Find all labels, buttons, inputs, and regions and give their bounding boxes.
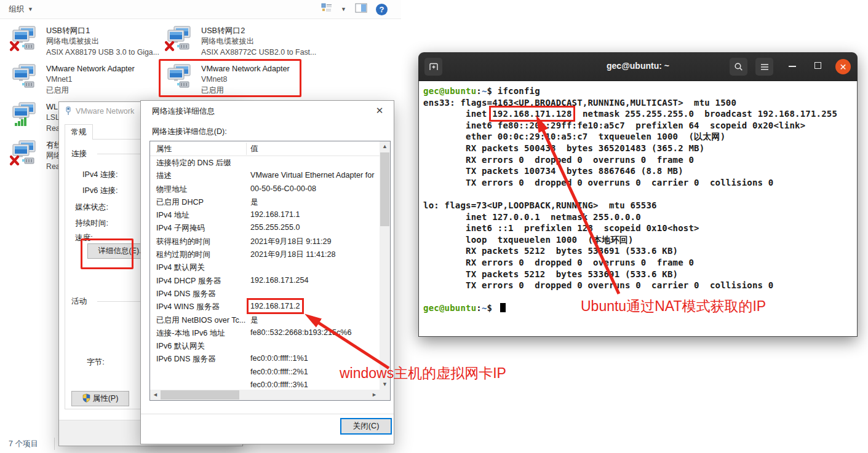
details-list-label: 网络连接详细信息(D): xyxy=(152,127,227,137)
network-adapter-icon xyxy=(165,64,193,91)
details-row[interactable]: IPv4 地址192.168.171.1 xyxy=(150,209,380,222)
view-dropdown-caret-icon[interactable]: ▼ xyxy=(341,6,346,12)
terminal-line: RX packets 500438 bytes 365201483 (365.2… xyxy=(423,143,857,154)
horizontal-scroll-thumb[interactable] xyxy=(161,390,239,400)
scroll-right-icon[interactable]: ► xyxy=(369,390,380,400)
details-row-property: IPv4 子网掩码 xyxy=(156,223,205,234)
adapter-name: VMware Network Adapter xyxy=(201,64,290,74)
adapter-item[interactable]: WLLSLRea xyxy=(10,102,60,134)
status-field-label: IPv6 连接: xyxy=(82,186,117,196)
terminal-line: loop txqueuelen 1000 (本地环回) xyxy=(423,234,857,246)
dialog-separator xyxy=(141,414,394,414)
details-row[interactable]: 连接特定的 DNS 后缀 xyxy=(150,157,380,170)
prompt-user: gec@ubuntu xyxy=(423,303,476,313)
column-divider xyxy=(246,143,247,155)
details-row[interactable]: 已启用 DHCP是 xyxy=(150,196,380,209)
details-row-value: fec0:0:0:ffff::2%1 xyxy=(250,368,308,376)
details-row[interactable]: IPv4 DNS 服务器 xyxy=(150,288,380,301)
maximize-button[interactable] xyxy=(814,62,821,69)
menu-icon[interactable] xyxy=(755,58,773,76)
details-row-property: IPv4 WINS 服务器 xyxy=(156,302,220,312)
scroll-up-icon[interactable]: ▲ xyxy=(380,141,390,152)
details-row-value: fe80::532:2668:b193:215c%6 xyxy=(250,328,352,337)
details-row[interactable]: IPv4 默认网关 xyxy=(150,261,380,274)
close-button[interactable]: 关闭(C) xyxy=(340,418,392,435)
vertical-scrollbar[interactable]: ▲ ▼ xyxy=(380,141,390,390)
adapter-status: VMnet8 xyxy=(201,74,290,85)
vertical-scroll-thumb[interactable] xyxy=(380,152,389,226)
status-field-label: 持续时间: xyxy=(75,218,108,229)
details-row-property: IPv6 默认网关 xyxy=(156,341,205,352)
ubuntu-terminal-window: gec@ubuntu: ~ ✕ gec@ubuntu:~$ ifconfigen… xyxy=(418,52,858,337)
close-window-button[interactable]: ✕ xyxy=(835,59,851,74)
adapter-text: VMware Network AdapterVMnet8已启用 xyxy=(201,64,290,96)
details-row-property: IPv6 DNS 服务器 xyxy=(156,354,216,364)
items-count: 7 个项目 xyxy=(9,439,38,449)
terminal-line: gec@ubuntu:~$ ifconfig xyxy=(423,85,857,97)
details-row[interactable]: 物理地址00-50-56-C0-00-08 xyxy=(150,183,380,196)
adapter-status: 已启用 xyxy=(201,85,290,97)
status-field-label: IPv4 连接: xyxy=(82,170,117,180)
details-row[interactable]: 获得租约的时间2021年9月18日 9:11:29 xyxy=(150,235,380,248)
listview-header: 属性 值 xyxy=(150,141,380,156)
details-row[interactable]: IPv6 默认网关 xyxy=(150,340,380,353)
help-icon[interactable]: ? xyxy=(376,4,388,15)
details-row[interactable]: 已启用 NetBIOS over Tc...是 xyxy=(150,314,380,327)
details-row-value: 是 xyxy=(250,315,258,326)
terminal-line: inet6 fe80::20c:29ff:fe10:a5c7 prefixlen… xyxy=(423,120,857,132)
details-listview: 属性 值 连接特定的 DNS 后缀描述VMware Virtual Ethern… xyxy=(149,141,391,401)
details-row-value: 192.168.171.1 xyxy=(250,210,300,219)
details-row-value: 2021年9月18日 9:11:29 xyxy=(250,237,331,247)
details-row-property: 租约过期的时间 xyxy=(156,250,210,260)
adapter-plug-icon xyxy=(64,106,73,119)
preview-pane-icon[interactable] xyxy=(355,3,367,15)
adapter-item[interactable]: USB转网口2网络电缆被拔出ASIX AX88772C USB2.0 to Fa… xyxy=(165,26,316,58)
details-row-property: 连接特定的 DNS 后缀 xyxy=(156,158,231,168)
organize-menu[interactable]: 组织▼ xyxy=(9,4,33,15)
adapter-status: 网络电缆被拔出 xyxy=(46,36,159,47)
details-row-property: 物理地址 xyxy=(156,184,187,195)
scroll-left-icon[interactable]: ◄ xyxy=(150,390,161,400)
close-icon[interactable]: ✕ xyxy=(370,103,389,118)
adapter-item[interactable]: USB转网口1网络电缆被拔出ASIX AX88179 USB 3.0 to Gi… xyxy=(10,26,159,58)
details-row[interactable]: 租约过期的时间2021年9月18日 11:41:28 xyxy=(150,248,380,261)
details-row[interactable]: IPv4 DHCP 服务器192.168.171.254 xyxy=(150,275,380,288)
terminal-titlebar[interactable]: gec@ubuntu: ~ ✕ xyxy=(418,52,858,81)
terminal-line xyxy=(423,188,857,200)
adapter-item[interactable]: VMware Network AdapterVMnet1已启用 xyxy=(10,64,135,96)
details-row[interactable]: IPv4 子网掩码255.255.255.0 xyxy=(150,222,380,235)
terminal-line: TX packets 100734 bytes 8867646 (8.8 MB) xyxy=(423,165,857,177)
terminal-line: ether 00:0c:29:10:a5:c7 txqueuelen 1000 … xyxy=(423,131,857,143)
details-row-value: 2021年9月18日 11:41:28 xyxy=(250,250,335,260)
adapter-item[interactable]: 有线网络Rea xyxy=(10,140,62,172)
minimize-button[interactable] xyxy=(789,66,796,67)
adapter-status: VMnet1 xyxy=(46,74,135,85)
adapter-status: 已启用 xyxy=(46,85,135,97)
adapter-status: ASIX AX88772C USB2.0 to Fast... xyxy=(201,47,316,58)
horizontal-scrollbar[interactable]: ◄ ► xyxy=(150,390,380,400)
tab-general[interactable]: 常规 xyxy=(65,124,93,140)
terminal-line: inet 192.168.171.128 netmask 255.255.255… xyxy=(423,108,857,120)
column-property[interactable]: 属性 xyxy=(156,144,172,154)
adapter-name: VMware Network Adapter xyxy=(46,64,135,74)
adapter-text: USB转网口2网络电缆被拔出ASIX AX88772C USB2.0 to Fa… xyxy=(201,26,316,58)
adapter-item[interactable]: VMware Network AdapterVMnet8已启用 xyxy=(165,64,290,96)
prompt-path: ~ xyxy=(482,86,487,96)
terminal-line: TX packets 5212 bytes 533691 (533.6 KB) xyxy=(423,269,857,280)
details-row[interactable]: 描述VMware Virtual Ethernet Adapter for xyxy=(150,170,380,183)
windows-ip-annotation: windows主机的虚拟网卡IP xyxy=(340,364,506,383)
details-row-value: 00-50-56-C0-00-08 xyxy=(250,184,316,193)
details-row[interactable]: IPv4 WINS 服务器192.168.171.2 xyxy=(150,301,380,313)
screenshot-stage: 组织▼ ▼ ? USB转网口1网络电缆被拔出ASIX AX88179 USB 3… xyxy=(0,0,868,453)
column-value[interactable]: 值 xyxy=(250,144,258,154)
adapter-text: VMware Network AdapterVMnet1已启用 xyxy=(46,64,135,96)
status-field-label: 速度: xyxy=(75,233,93,243)
scrollbar-corner xyxy=(380,390,390,400)
details-row[interactable]: 连接-本地 IPv6 地址fe80::532:2668:b193:215c%6 xyxy=(150,327,380,340)
search-icon[interactable] xyxy=(730,58,747,76)
prompt-user: gec@ubuntu xyxy=(423,86,476,96)
change-view-icon[interactable] xyxy=(321,2,332,16)
details-row-property: IPv4 DHCP 服务器 xyxy=(156,276,221,286)
properties-button[interactable]: 属性(P) xyxy=(71,391,129,406)
details-row-property: IPv4 地址 xyxy=(156,210,189,221)
